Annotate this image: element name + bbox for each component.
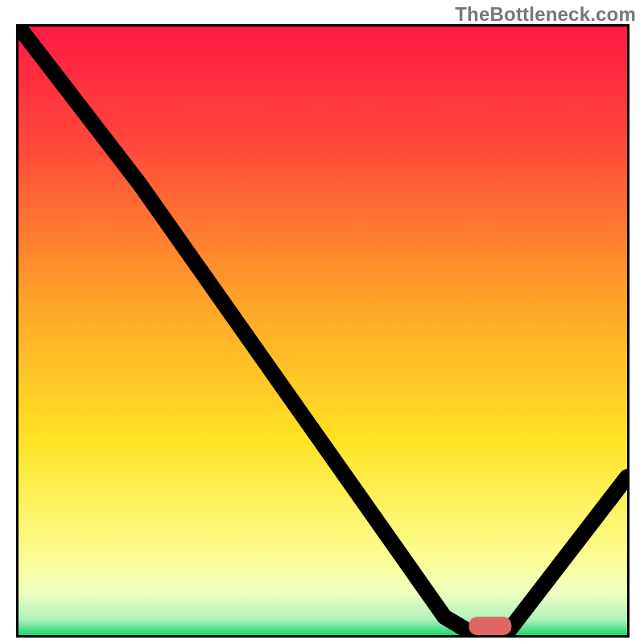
optimal-marker <box>469 617 511 635</box>
watermark-text: TheBottleneck.com <box>455 3 636 26</box>
chart-svg <box>19 27 627 635</box>
chart-area <box>16 24 630 638</box>
chart-background <box>19 27 627 635</box>
